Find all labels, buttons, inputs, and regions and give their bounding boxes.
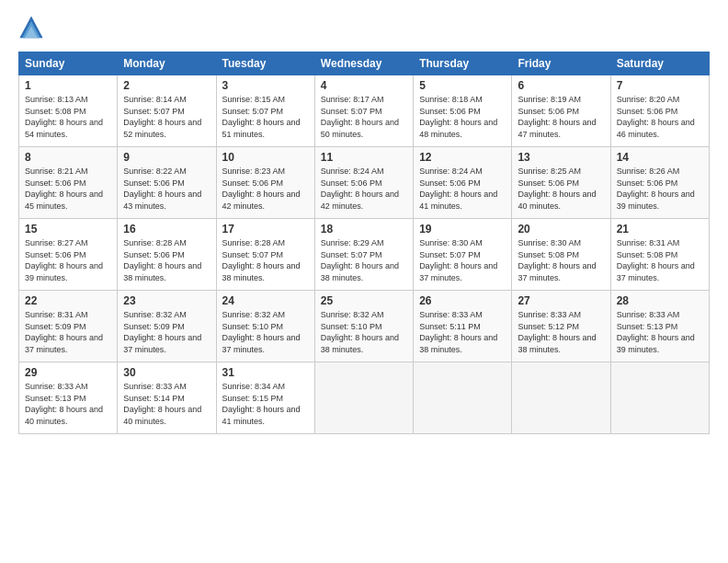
calendar-day: 5Sunrise: 8:18 AMSunset: 5:06 PMDaylight… bbox=[414, 75, 512, 147]
calendar-day: 4Sunrise: 8:17 AMSunset: 5:07 PMDaylight… bbox=[314, 75, 413, 147]
day-info: Sunrise: 8:14 AMSunset: 5:07 PMDaylight:… bbox=[123, 94, 210, 140]
day-info: Sunrise: 8:25 AMSunset: 5:06 PMDaylight:… bbox=[518, 166, 604, 212]
calendar-day: 19Sunrise: 8:30 AMSunset: 5:07 PMDayligh… bbox=[414, 219, 512, 291]
calendar-day-empty bbox=[314, 362, 413, 434]
day-info: Sunrise: 8:33 AMSunset: 5:13 PMDaylight:… bbox=[617, 309, 703, 355]
day-info: Sunrise: 8:21 AMSunset: 5:06 PMDaylight:… bbox=[25, 166, 111, 212]
day-number: 1 bbox=[25, 79, 111, 92]
calendar-day: 29Sunrise: 8:33 AMSunset: 5:13 PMDayligh… bbox=[19, 362, 118, 434]
day-number: 7 bbox=[617, 79, 703, 92]
calendar-day: 23Sunrise: 8:32 AMSunset: 5:09 PMDayligh… bbox=[118, 291, 216, 362]
header-cell-thursday: Thursday bbox=[414, 52, 512, 75]
calendar-day: 21Sunrise: 8:31 AMSunset: 5:08 PMDayligh… bbox=[610, 219, 709, 291]
day-number: 23 bbox=[123, 294, 210, 307]
calendar-day: 22Sunrise: 8:31 AMSunset: 5:09 PMDayligh… bbox=[19, 291, 118, 362]
calendar-day: 16Sunrise: 8:28 AMSunset: 5:06 PMDayligh… bbox=[118, 219, 216, 291]
day-number: 15 bbox=[25, 223, 111, 236]
header-cell-sunday: Sunday bbox=[19, 52, 118, 75]
header bbox=[18, 15, 710, 40]
calendar-body: 1Sunrise: 8:13 AMSunset: 5:08 PMDaylight… bbox=[19, 75, 710, 434]
day-info: Sunrise: 8:24 AMSunset: 5:06 PMDaylight:… bbox=[419, 166, 506, 212]
day-number: 9 bbox=[123, 151, 210, 164]
calendar-day: 12Sunrise: 8:24 AMSunset: 5:06 PMDayligh… bbox=[414, 147, 512, 219]
day-number: 4 bbox=[321, 79, 407, 92]
day-number: 22 bbox=[25, 294, 111, 307]
calendar-week-row: 8Sunrise: 8:21 AMSunset: 5:06 PMDaylight… bbox=[19, 147, 710, 219]
calendar-day: 11Sunrise: 8:24 AMSunset: 5:06 PMDayligh… bbox=[314, 147, 413, 219]
day-number: 18 bbox=[321, 223, 407, 236]
day-info: Sunrise: 8:18 AMSunset: 5:06 PMDaylight:… bbox=[419, 94, 506, 140]
day-number: 16 bbox=[123, 223, 210, 236]
day-info: Sunrise: 8:33 AMSunset: 5:12 PMDaylight:… bbox=[518, 309, 604, 355]
calendar-week-row: 29Sunrise: 8:33 AMSunset: 5:13 PMDayligh… bbox=[19, 362, 710, 434]
day-number: 21 bbox=[617, 223, 703, 236]
day-number: 27 bbox=[518, 294, 604, 307]
day-number: 11 bbox=[321, 151, 407, 164]
day-info: Sunrise: 8:15 AMSunset: 5:07 PMDaylight:… bbox=[222, 94, 309, 140]
calendar-day: 9Sunrise: 8:22 AMSunset: 5:06 PMDaylight… bbox=[118, 147, 216, 219]
day-info: Sunrise: 8:28 AMSunset: 5:07 PMDaylight:… bbox=[222, 237, 309, 283]
day-number: 2 bbox=[123, 79, 210, 92]
header-cell-wednesday: Wednesday bbox=[314, 52, 413, 75]
day-number: 19 bbox=[419, 223, 506, 236]
calendar-day-empty bbox=[610, 362, 709, 434]
day-info: Sunrise: 8:23 AMSunset: 5:06 PMDaylight:… bbox=[222, 166, 309, 212]
day-info: Sunrise: 8:34 AMSunset: 5:15 PMDaylight:… bbox=[222, 381, 309, 427]
calendar-day: 31Sunrise: 8:34 AMSunset: 5:15 PMDayligh… bbox=[216, 362, 314, 434]
day-info: Sunrise: 8:24 AMSunset: 5:06 PMDaylight:… bbox=[321, 166, 407, 212]
logo-icon bbox=[18, 15, 44, 40]
day-number: 24 bbox=[222, 294, 309, 307]
calendar-table: SundayMondayTuesdayWednesdayThursdayFrid… bbox=[18, 52, 710, 434]
day-info: Sunrise: 8:31 AMSunset: 5:09 PMDaylight:… bbox=[25, 309, 111, 355]
day-info: Sunrise: 8:30 AMSunset: 5:07 PMDaylight:… bbox=[419, 237, 506, 283]
day-info: Sunrise: 8:22 AMSunset: 5:06 PMDaylight:… bbox=[123, 166, 210, 212]
calendar-week-row: 1Sunrise: 8:13 AMSunset: 5:08 PMDaylight… bbox=[19, 75, 710, 147]
calendar-day: 26Sunrise: 8:33 AMSunset: 5:11 PMDayligh… bbox=[414, 291, 512, 362]
calendar-day: 6Sunrise: 8:19 AMSunset: 5:06 PMDaylight… bbox=[512, 75, 610, 147]
day-info: Sunrise: 8:13 AMSunset: 5:08 PMDaylight:… bbox=[25, 94, 111, 140]
header-cell-friday: Friday bbox=[512, 52, 610, 75]
day-number: 13 bbox=[518, 151, 604, 164]
day-number: 26 bbox=[419, 294, 506, 307]
calendar-week-row: 22Sunrise: 8:31 AMSunset: 5:09 PMDayligh… bbox=[19, 291, 710, 362]
day-number: 8 bbox=[25, 151, 111, 164]
day-number: 20 bbox=[518, 223, 604, 236]
calendar-day: 2Sunrise: 8:14 AMSunset: 5:07 PMDaylight… bbox=[118, 75, 216, 147]
day-number: 6 bbox=[518, 79, 604, 92]
day-info: Sunrise: 8:32 AMSunset: 5:10 PMDaylight:… bbox=[321, 309, 407, 355]
day-info: Sunrise: 8:32 AMSunset: 5:10 PMDaylight:… bbox=[222, 309, 309, 355]
header-cell-monday: Monday bbox=[118, 52, 216, 75]
calendar-day: 8Sunrise: 8:21 AMSunset: 5:06 PMDaylight… bbox=[19, 147, 118, 219]
calendar-day: 14Sunrise: 8:26 AMSunset: 5:06 PMDayligh… bbox=[610, 147, 709, 219]
calendar-day-empty bbox=[512, 362, 610, 434]
day-number: 30 bbox=[123, 366, 210, 379]
calendar-day: 25Sunrise: 8:32 AMSunset: 5:10 PMDayligh… bbox=[314, 291, 413, 362]
day-info: Sunrise: 8:31 AMSunset: 5:08 PMDaylight:… bbox=[617, 237, 703, 283]
day-info: Sunrise: 8:26 AMSunset: 5:06 PMDaylight:… bbox=[617, 166, 703, 212]
day-number: 14 bbox=[617, 151, 703, 164]
day-info: Sunrise: 8:28 AMSunset: 5:06 PMDaylight:… bbox=[123, 237, 210, 283]
day-info: Sunrise: 8:27 AMSunset: 5:06 PMDaylight:… bbox=[25, 237, 111, 283]
day-number: 31 bbox=[222, 366, 309, 379]
day-info: Sunrise: 8:30 AMSunset: 5:08 PMDaylight:… bbox=[518, 237, 604, 283]
calendar-day-empty bbox=[414, 362, 512, 434]
logo bbox=[18, 15, 48, 40]
day-number: 5 bbox=[419, 79, 506, 92]
calendar-day: 24Sunrise: 8:32 AMSunset: 5:10 PMDayligh… bbox=[216, 291, 314, 362]
day-info: Sunrise: 8:20 AMSunset: 5:06 PMDaylight:… bbox=[617, 94, 703, 140]
day-info: Sunrise: 8:32 AMSunset: 5:09 PMDaylight:… bbox=[123, 309, 210, 355]
calendar-week-row: 15Sunrise: 8:27 AMSunset: 5:06 PMDayligh… bbox=[19, 219, 710, 291]
calendar-day: 13Sunrise: 8:25 AMSunset: 5:06 PMDayligh… bbox=[512, 147, 610, 219]
day-info: Sunrise: 8:17 AMSunset: 5:07 PMDaylight:… bbox=[321, 94, 407, 140]
header-cell-tuesday: Tuesday bbox=[216, 52, 314, 75]
day-number: 12 bbox=[419, 151, 506, 164]
day-number: 28 bbox=[617, 294, 703, 307]
day-info: Sunrise: 8:29 AMSunset: 5:07 PMDaylight:… bbox=[321, 237, 407, 283]
calendar-day: 28Sunrise: 8:33 AMSunset: 5:13 PMDayligh… bbox=[610, 291, 709, 362]
calendar-day: 20Sunrise: 8:30 AMSunset: 5:08 PMDayligh… bbox=[512, 219, 610, 291]
day-number: 29 bbox=[25, 366, 111, 379]
header-cell-saturday: Saturday bbox=[610, 52, 709, 75]
day-info: Sunrise: 8:33 AMSunset: 5:14 PMDaylight:… bbox=[123, 381, 210, 427]
calendar-day: 7Sunrise: 8:20 AMSunset: 5:06 PMDaylight… bbox=[610, 75, 709, 147]
calendar-day: 10Sunrise: 8:23 AMSunset: 5:06 PMDayligh… bbox=[216, 147, 314, 219]
